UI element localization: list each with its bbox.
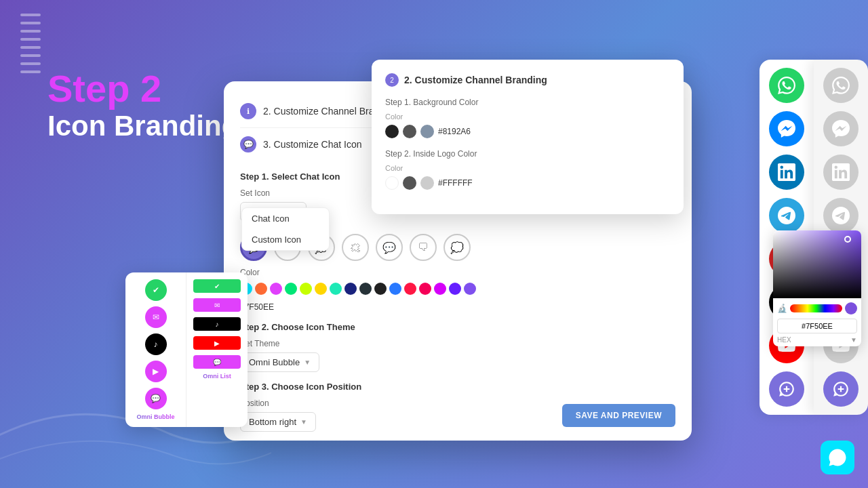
swatch-indigo[interactable] — [449, 283, 461, 295]
swatch-green[interactable] — [285, 283, 297, 295]
color-section: Color #7F50EE — [240, 268, 675, 312]
swatch-purple[interactable] — [464, 283, 476, 295]
preview-cards: ✔ ✉ ♪ ▶ 💬 Omni Bubble ✔ ✉ — [125, 272, 248, 427]
dropdown-item-custom-icon[interactable]: Custom Icon — [242, 229, 329, 250]
gray-linkedin-icon[interactable] — [823, 155, 859, 190]
theme-icon-5[interactable]: 💬 — [376, 234, 403, 261]
hero-section: Step 2 Icon Branding — [47, 68, 239, 142]
overlay-header: 2 2. Customize Channel Branding — [385, 73, 670, 87]
overlay-color1-row: #8192A6 — [385, 125, 670, 138]
overlay-step1: Step 1. Background Color Color #8192A6 — [385, 98, 670, 138]
position-dropdown-arrow: ▼ — [300, 418, 307, 426]
step-3-label: 3. Customize Chat Icon — [263, 139, 362, 150]
swatch-dark[interactable] — [374, 283, 387, 295]
swatch-orange[interactable] — [255, 283, 267, 295]
swatch-red[interactable] — [404, 283, 416, 295]
swatch-magenta[interactable] — [434, 283, 446, 295]
right-messenger-icon[interactable] — [769, 111, 804, 146]
hero-step: Step 2 — [47, 68, 239, 110]
theme-dropdown-value: Omni Bubble — [249, 357, 300, 367]
theme-icon-6[interactable]: 🗨 — [410, 234, 437, 261]
gray-omni-icon[interactable] — [823, 371, 859, 407]
overlay-step2-title: Step 2. Inside Logo Color — [385, 149, 670, 159]
swatch-lime[interactable] — [300, 283, 312, 295]
step3-title: Step 3. Choose Icon Position — [240, 382, 675, 392]
color-picker-popup: 🔬 HEX ▼ — [773, 230, 861, 346]
overlay-step2: Step 2. Inside Logo Color Color #FFFFFF — [385, 149, 670, 190]
ov-swatch-gray[interactable] — [420, 125, 434, 138]
preview-omni-bubble: 💬 — [145, 388, 167, 409]
right-omni-icon[interactable] — [769, 371, 804, 407]
dropdown-item-chat-icon[interactable]: Chat Icon — [242, 208, 329, 229]
preview-whatsapp: ✔ — [145, 279, 167, 301]
swatch-navy[interactable] — [359, 283, 372, 295]
swatch-yellow[interactable] — [315, 283, 327, 295]
theme-icon-7[interactable]: 💭 — [443, 234, 471, 261]
step-3-circle: 💬 — [240, 136, 256, 152]
hex-format-label: HEX — [777, 336, 791, 344]
position-dropdown-value: Bottom right — [249, 417, 296, 427]
theme-icon-4[interactable]: 🗯 — [342, 234, 369, 261]
position-dropdown[interactable]: Bottom right ▼ — [240, 412, 316, 432]
list-item-tiktok: ♪ — [193, 317, 241, 331]
preview-tiktok-bubble: ♪ — [145, 333, 167, 355]
color-swatches — [240, 283, 675, 295]
gray-telegram-icon[interactable] — [823, 198, 859, 233]
preview-yt-bubble: ▶ — [145, 361, 167, 382]
eyedropper-icon[interactable]: 🔬 — [777, 304, 787, 313]
overlay-color1-label: Color — [385, 113, 670, 121]
step-2-circle: ℹ — [240, 103, 256, 119]
save-button[interactable]: SAVE AND PREVIEW — [562, 404, 675, 427]
ov-swatch2-light[interactable] — [420, 176, 434, 190]
color-picker-tools: 🔬 — [773, 298, 861, 319]
swatch-teal[interactable] — [330, 283, 342, 295]
overlay-step1-title: Step 1. Background Color — [385, 98, 670, 107]
ov-swatch-black[interactable] — [385, 125, 399, 138]
ov-swatch2-white[interactable] — [385, 176, 399, 190]
step2-title: Step 2. Choose Icon Theme — [240, 322, 675, 332]
list-item-omni: 💬 — [193, 355, 241, 369]
preview-email-bubble: ✉ — [145, 306, 167, 328]
right-linkedin-icon[interactable] — [769, 155, 804, 190]
overlay-step-circle: 2 — [385, 73, 399, 87]
bubble-label: Omni Bubble — [131, 413, 180, 420]
swatch-hotpink[interactable] — [419, 283, 431, 295]
gray-whatsapp-icon[interactable] — [823, 68, 859, 103]
hex-format-arrow[interactable]: ▼ — [850, 336, 857, 344]
list-item-whatsapp: ✔ — [193, 279, 241, 293]
theme-dropdown[interactable]: Omni Bubble ▼ — [240, 352, 319, 372]
preview-list-card: ✔ ✉ ♪ ▶ 💬 Omni List — [186, 272, 248, 427]
swatch-darkblue[interactable] — [344, 283, 357, 295]
bottom-logo — [821, 441, 854, 474]
hex-label-row: HEX ▼ — [773, 336, 861, 346]
icon-dropdown-menu: Chat Icon Custom Icon — [241, 207, 330, 251]
channel-overlay: 2 2. Customize Channel Branding Step 1. … — [372, 60, 684, 214]
list-item-yt: ▶ — [193, 336, 241, 350]
theme-dropdown-arrow: ▼ — [304, 359, 311, 366]
swatch-blue[interactable] — [389, 283, 401, 295]
gray-messenger-icon[interactable] — [823, 111, 859, 146]
preview-bubble-icons: ✔ ✉ ♪ ▶ 💬 — [131, 279, 180, 409]
overlay-hex2: #FFFFFF — [438, 178, 473, 188]
overlay-title: 2. Customize Channel Branding — [404, 75, 547, 85]
color-label: Color — [240, 268, 675, 277]
overlay-color2-row: #FFFFFF — [385, 176, 670, 190]
preview-bubble-card: ✔ ✉ ♪ ▶ 💬 Omni Bubble — [125, 272, 186, 427]
list-item-email: ✉ — [193, 298, 241, 312]
preview-list-icons: ✔ ✉ ♪ ▶ 💬 — [192, 279, 242, 369]
selected-color-preview — [845, 302, 857, 314]
list-label: Omni List — [192, 373, 242, 380]
set-theme-label: Set Theme — [240, 339, 675, 348]
hue-slider[interactable] — [790, 304, 842, 312]
right-whatsapp-icon[interactable] — [769, 68, 804, 103]
right-telegram-icon[interactable] — [769, 198, 804, 233]
swatch-pink[interactable] — [270, 283, 282, 295]
gradient-handle[interactable] — [844, 236, 851, 243]
ov-swatch-darkgray[interactable] — [403, 125, 416, 138]
color-gradient-box[interactable] — [773, 230, 861, 298]
hex-input[interactable] — [777, 319, 857, 333]
overlay-hex1: #8192A6 — [438, 127, 471, 136]
ov-swatch2-dark[interactable] — [403, 176, 416, 190]
decorative-dashes — [20, 14, 41, 73]
hero-subtitle: Icon Branding — [47, 110, 239, 142]
